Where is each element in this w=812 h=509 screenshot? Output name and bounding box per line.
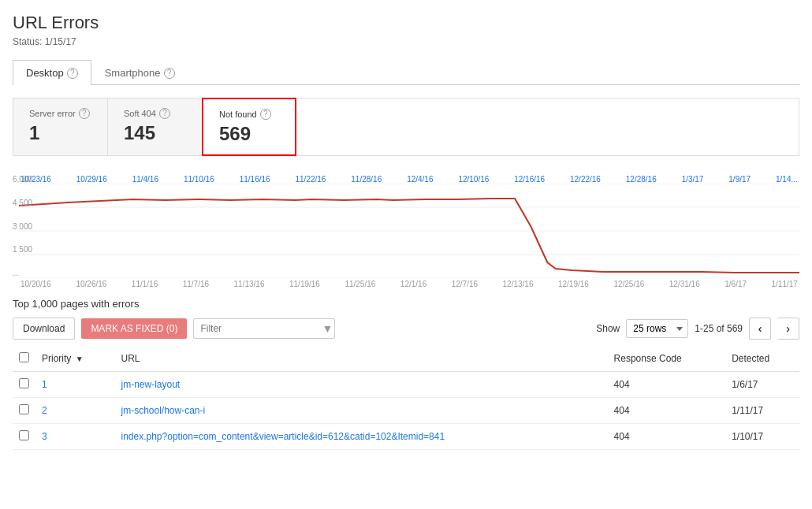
table-row: 3 index.php?option=com_content&view=arti…	[13, 424, 799, 450]
server-error-help-icon[interactable]: ?	[79, 108, 90, 119]
rows-select[interactable]: 25 rows 50 rows 100 rows	[626, 319, 688, 338]
url-cell: jm-new-layout	[115, 372, 608, 398]
row-checkbox-cell	[13, 398, 35, 424]
detected-cell: 1/6/17	[725, 372, 799, 398]
x-axis-bottom: 10/20/16 10/26/16 11/1/16 11/7/16 11/13/…	[19, 280, 799, 288]
response-code-cell: 404	[608, 372, 726, 398]
soft404-value: 145	[124, 122, 186, 144]
errors-table: Priority ▼ URL Response Code Detected 1 …	[13, 346, 799, 450]
filter-icon: ▼	[322, 322, 333, 335]
notfound-label: Not found ?	[219, 109, 279, 120]
pagination-range: 1-25 of 569	[695, 323, 743, 334]
response-code-header: Response Code	[608, 346, 726, 372]
error-card-notfound[interactable]: Not found ? 569	[202, 98, 296, 156]
response-code-cell: 404	[608, 424, 726, 450]
error-card-soft404[interactable]: Soft 404 ? 145	[108, 98, 203, 155]
response-code-cell: 404	[608, 398, 726, 424]
error-card-server[interactable]: Server error ? 1	[13, 98, 108, 155]
notfound-value: 569	[219, 123, 279, 145]
url-link[interactable]: jm-school/how-can-i	[121, 405, 206, 416]
pagination: Show 25 rows 50 rows 100 rows 1-25 of 56…	[596, 318, 799, 340]
toolbar: Download MARK AS FIXED (0) ▼ Show 25 row…	[13, 318, 799, 340]
filter-input[interactable]	[200, 323, 318, 334]
server-error-value: 1	[29, 122, 91, 144]
chart-svg	[19, 184, 799, 278]
page-title: URL Errors	[13, 13, 799, 33]
detected-cell: 1/10/17	[725, 424, 799, 450]
tabs-container: Desktop ? Smartphone ?	[13, 60, 799, 85]
row-checkbox[interactable]	[19, 404, 29, 414]
row-checkbox-cell	[13, 424, 35, 450]
show-label: Show	[596, 323, 620, 334]
notfound-help-icon[interactable]: ?	[260, 109, 271, 120]
url-link[interactable]: jm-new-layout	[121, 379, 181, 390]
desktop-help-icon[interactable]: ?	[67, 68, 78, 79]
next-page-button[interactable]: ›	[777, 318, 799, 340]
url-cell: index.php?option=com_content&view=articl…	[115, 424, 608, 450]
table-row: 1 jm-new-layout 404 1/6/17	[13, 372, 799, 398]
download-button[interactable]: Download	[13, 318, 75, 340]
url-cell: jm-school/how-can-i	[115, 398, 608, 424]
priority-cell: 3	[35, 424, 115, 450]
chart-container: 6,000 4 500 3 000 1 500 ... 10/23/16 10/…	[13, 175, 799, 288]
row-checkbox[interactable]	[19, 430, 29, 440]
detected-cell: 1/11/17	[725, 398, 799, 424]
priority-cell: 1	[35, 372, 115, 398]
select-all-header	[13, 346, 35, 372]
select-all-checkbox[interactable]	[19, 352, 29, 362]
mark-fixed-button[interactable]: MARK AS FIXED (0)	[81, 318, 187, 339]
server-error-label: Server error ?	[29, 108, 91, 119]
filter-box: ▼	[193, 318, 335, 339]
table-row: 2 jm-school/how-can-i 404 1/11/17	[13, 398, 799, 424]
tab-desktop[interactable]: Desktop ?	[13, 60, 91, 85]
priority-cell: 2	[35, 398, 115, 424]
prev-page-button[interactable]: ‹	[749, 318, 771, 340]
soft404-label: Soft 404 ?	[124, 108, 186, 119]
url-header: URL	[115, 346, 608, 372]
tab-smartphone[interactable]: Smartphone ?	[91, 60, 188, 85]
row-checkbox[interactable]	[19, 378, 29, 388]
x-axis-top: 10/23/16 10/29/16 11/4/16 11/10/16 11/16…	[19, 175, 799, 184]
error-cards-container: Server error ? 1 Soft 404 ? 145 Not foun…	[13, 98, 799, 156]
url-link[interactable]: index.php?option=com_content&view=articl…	[121, 431, 445, 442]
row-checkbox-cell	[13, 372, 35, 398]
tab-smartphone-label: Smartphone	[105, 67, 161, 79]
smartphone-help-icon[interactable]: ?	[164, 68, 175, 79]
priority-sort-icon: ▼	[76, 355, 84, 363]
soft404-help-icon[interactable]: ?	[159, 108, 170, 119]
priority-header[interactable]: Priority ▼	[35, 346, 115, 372]
section-title: Top 1,000 pages with errors	[13, 298, 799, 310]
page-status: Status: 1/15/17	[13, 36, 799, 47]
tab-desktop-label: Desktop	[26, 67, 64, 79]
detected-header: Detected	[725, 346, 799, 372]
